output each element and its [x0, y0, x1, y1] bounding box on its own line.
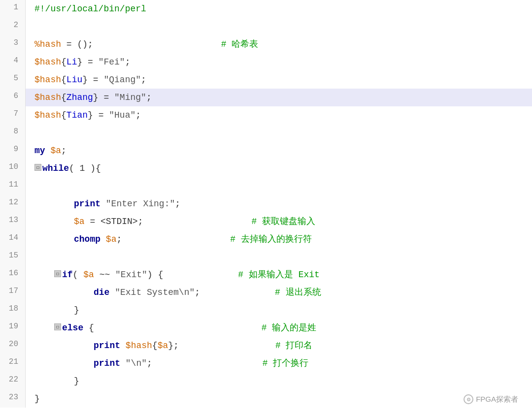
line-num-4: 4: [0, 53, 26, 71]
line-num-5: 5: [0, 71, 26, 89]
code-line-21: 21 print "\n";# 打个换行: [0, 354, 532, 372]
line-num-8: 8: [0, 124, 26, 142]
code-line-22: 22 }: [0, 372, 532, 390]
code-line-14: 14 chomp $a;# 去掉输入的换行符: [0, 230, 532, 248]
line-content-5: $hash{Liu} = "Qiang";: [26, 71, 532, 89]
line-num-18: 18: [0, 301, 26, 319]
code-editor: 1 #!/usr/local/bin/perl 2 3 %hash = ();#…: [0, 0, 532, 416]
code-line-5: 5 $hash{Liu} = "Qiang";: [0, 71, 532, 89]
code-line-10: 10 ◻while( 1 ){: [0, 160, 532, 177]
code-line-6: 6 $hash{Zhang} = "Ming";: [0, 89, 532, 106]
code-line-11: 11: [0, 177, 532, 195]
line-content-17: die "Exit System\n";# 退出系统: [26, 284, 532, 301]
line-num-20: 20: [0, 337, 26, 354]
line-num-10: 10: [0, 160, 26, 177]
line-num-21: 21: [0, 354, 26, 372]
line-content-15: [26, 248, 532, 266]
line-content-7: $hash{Tian} = "Hua";: [26, 106, 532, 124]
line-num-19: 19: [0, 319, 26, 337]
line-content-6: $hash{Zhang} = "Ming";: [26, 89, 532, 106]
line-content-13: $a = <STDIN>;# 获取键盘输入: [26, 213, 532, 230]
watermark-text: FPGA探索者: [476, 395, 518, 404]
line-num-3: 3: [0, 35, 26, 53]
collapse-if[interactable]: ◻: [54, 270, 61, 277]
line-content-3: %hash = ();# 哈希表: [26, 35, 532, 53]
code-line-4: 4 $hash{Li} = "Fei";: [0, 53, 532, 71]
line-content-16: ◻if( $a ~~ "Exit") {# 如果输入是 Exit: [26, 266, 532, 284]
line-num-7: 7: [0, 106, 26, 124]
line-content-8: [26, 124, 532, 142]
line-num-23: 23: [0, 390, 26, 408]
watermark: ⚙ FPGA探索者: [464, 394, 518, 404]
line-content-19: ◻else {# 输入的是姓: [26, 319, 532, 337]
code-line-3: 3 %hash = ();# 哈希表: [0, 35, 532, 53]
code-line-19: 19 ◻else {# 输入的是姓: [0, 319, 532, 337]
line-num-12: 12: [0, 195, 26, 213]
code-line-1: 1 #!/usr/local/bin/perl: [0, 0, 532, 18]
code-line-12: 12 print "Enter Xing:";: [0, 195, 532, 213]
line-content-9: my $a;: [26, 142, 532, 160]
line-content-21: print "\n";# 打个换行: [26, 354, 532, 372]
code-line-17: 17 die "Exit System\n";# 退出系统: [0, 284, 532, 301]
code-line-15: 15: [0, 248, 532, 266]
line-num-6: 6: [0, 89, 26, 106]
line-content-4: $hash{Li} = "Fei";: [26, 53, 532, 71]
line-content-22: }: [26, 372, 532, 390]
line-content-10: ◻while( 1 ){: [26, 160, 532, 177]
line-num-14: 14: [0, 230, 26, 248]
line-num-2: 2: [0, 18, 26, 35]
line-content-2: [26, 18, 532, 35]
line-content-23: }: [26, 390, 532, 408]
line-content-20: print $hash{$a};# 打印名: [26, 337, 532, 354]
line-num-13: 13: [0, 213, 26, 230]
line-num-11: 11: [0, 177, 26, 195]
line-num-15: 15: [0, 248, 26, 266]
line-num-9: 9: [0, 142, 26, 160]
code-line-13: 13 $a = <STDIN>;# 获取键盘输入: [0, 213, 532, 230]
line-num-22: 22: [0, 372, 26, 390]
code-line-16: 16 ◻if( $a ~~ "Exit") {# 如果输入是 Exit: [0, 266, 532, 284]
line-content-14: chomp $a;# 去掉输入的换行符: [26, 230, 532, 248]
code-line-8: 8: [0, 124, 532, 142]
line-num-16: 16: [0, 266, 26, 284]
line-content-18: }: [26, 301, 532, 319]
line-content-12: print "Enter Xing:";: [26, 195, 532, 213]
collapse-else[interactable]: ◻: [54, 323, 61, 330]
code-line-7: 7 $hash{Tian} = "Hua";: [0, 106, 532, 124]
code-line-23: 23 }: [0, 390, 532, 408]
collapse-while[interactable]: ◻: [34, 164, 41, 171]
line-num-17: 17: [0, 284, 26, 301]
watermark-icon: ⚙: [464, 394, 473, 404]
code-line-18: 18 }: [0, 301, 532, 319]
code-line-9: 9 my $a;: [0, 142, 532, 160]
line-num-1: 1: [0, 0, 26, 18]
line-content-1: #!/usr/local/bin/perl: [26, 0, 532, 18]
code-line-2: 2: [0, 18, 532, 35]
code-line-20: 20 print $hash{$a};# 打印名: [0, 337, 532, 354]
line-content-11: [26, 177, 532, 195]
